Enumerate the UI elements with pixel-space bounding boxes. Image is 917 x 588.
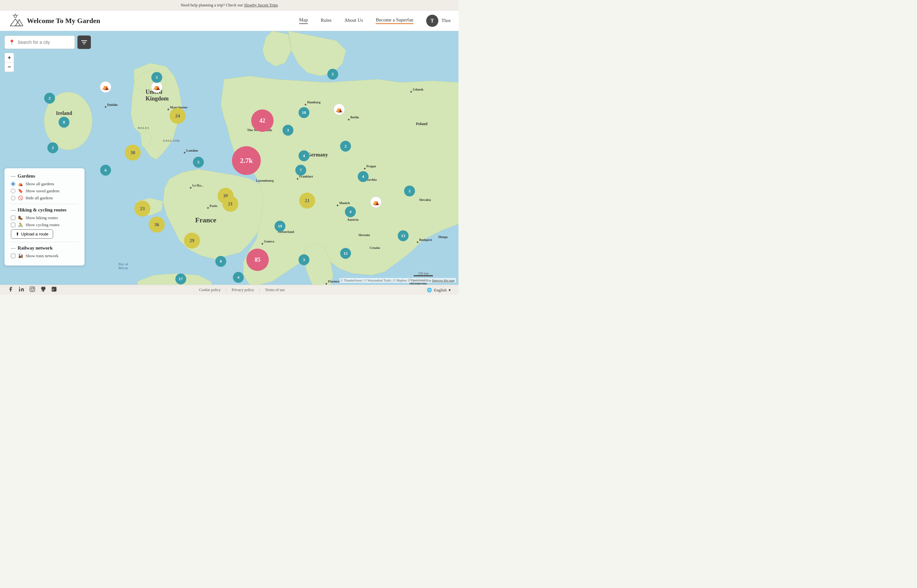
cluster-2-ireland-nw[interactable]: 2 xyxy=(44,93,55,103)
cluster-21-france-c[interactable]: 21 xyxy=(222,196,238,212)
top-banner: Need help planning a trip? Check our Slo… xyxy=(0,0,458,11)
cookie-policy-link[interactable]: Cookie policy xyxy=(199,288,221,292)
show-train-network-option[interactable]: 🚂 Show train network xyxy=(11,254,78,258)
map-attribution: © Thunderforest | © Waymarked Trails | ©… xyxy=(339,278,456,283)
language-label: English xyxy=(434,288,447,293)
cluster-36-france-sw[interactable]: 36 xyxy=(149,216,165,233)
slack-icon[interactable]: # xyxy=(51,286,57,294)
cluster-5-uk-n[interactable]: 5 xyxy=(151,72,162,83)
nav-about[interactable]: About Us xyxy=(344,18,363,24)
cluster-12-croatia[interactable]: 12 xyxy=(340,248,351,259)
cluster-6[interactable]: 6 xyxy=(100,165,111,176)
cluster-8-france-s[interactable]: 8 xyxy=(215,256,226,267)
header: Welcome To My Garden Map Rules About Us … xyxy=(0,11,458,31)
filter-button[interactable] xyxy=(77,36,91,49)
cluster-13-hungary[interactable]: 13 xyxy=(398,230,408,241)
privacy-policy-link[interactable]: Privacy policy xyxy=(232,288,254,292)
user-name: Thor xyxy=(442,18,451,23)
show-all-gardens-option[interactable]: ⛺ Show all gardens xyxy=(11,181,78,186)
search-input[interactable] xyxy=(18,40,71,45)
linkedin-icon[interactable] xyxy=(19,286,24,294)
show-all-gardens-radio[interactable] xyxy=(11,182,15,186)
github-icon[interactable] xyxy=(40,286,46,294)
nav-map[interactable]: Map xyxy=(299,17,308,24)
tent-marker-2[interactable]: ⛺ xyxy=(100,81,111,93)
zoom-in-button[interactable]: + xyxy=(5,53,14,62)
cluster-2-slovakia[interactable]: 2 xyxy=(404,186,415,196)
show-cycling-routes-option[interactable]: 🚴 Show cycling routes xyxy=(11,222,78,228)
cluster-4-czechia-2[interactable]: 4 xyxy=(358,171,368,182)
show-all-gardens-icon: ⛺ xyxy=(18,181,23,186)
cluster-5-scandinavia[interactable]: 5 xyxy=(327,69,338,80)
cluster-19-switzerland[interactable]: 19 xyxy=(274,221,286,232)
location-icon: 📍 xyxy=(9,39,15,45)
svg-point-13 xyxy=(31,288,34,291)
chevron-down-icon: ▾ xyxy=(449,288,451,293)
tent-marker-4[interactable]: ⛺ xyxy=(370,196,382,208)
svg-rect-12 xyxy=(30,287,35,292)
cluster-3-italy-n[interactable]: 3 xyxy=(299,254,309,265)
tent-marker-3[interactable]: ⛺ xyxy=(333,103,345,115)
search-input-wrap[interactable]: 📍 xyxy=(5,36,75,49)
upload-route-button[interactable]: ⬆ Upload a route xyxy=(11,229,53,239)
improve-map-link[interactable]: Improve this map xyxy=(432,279,455,282)
cluster-21-germany-s2[interactable]: 21 xyxy=(299,192,315,208)
sidebar-panel: — Gardens ⛺ Show all gardens 🔖 Show save… xyxy=(5,168,84,265)
svg-line-3 xyxy=(17,15,18,16)
show-cycling-routes-checkbox[interactable] xyxy=(11,223,15,227)
zoom-out-button[interactable]: − xyxy=(5,62,14,72)
city-dot-florence xyxy=(326,283,327,285)
nav-superfan[interactable]: Become a Superfan xyxy=(376,17,413,24)
svg-text:#: # xyxy=(52,288,54,291)
show-saved-gardens-option[interactable]: 🔖 Show saved gardens xyxy=(11,189,78,194)
search-bar: 📍 xyxy=(5,36,91,49)
show-hiking-routes-option[interactable]: 🥾 Show hiking routes xyxy=(11,215,78,220)
cluster-2-ireland-sw[interactable]: 2 xyxy=(47,142,58,153)
city-dot-manchester xyxy=(168,109,169,110)
cluster-18-denmark[interactable]: 18 xyxy=(299,107,309,118)
instagram-icon[interactable] xyxy=(29,286,35,294)
show-saved-gardens-radio[interactable] xyxy=(11,189,15,193)
cluster-8-ireland[interactable]: 8 xyxy=(58,117,69,128)
hiking-icon: 🥾 xyxy=(18,215,23,220)
show-hiking-routes-checkbox[interactable] xyxy=(11,216,15,220)
cluster-7-germany-s[interactable]: 7 xyxy=(295,165,306,176)
hide-all-gardens-icon: 🚫 xyxy=(18,195,23,200)
hide-all-gardens-option[interactable]: 🚫 Hide all gardens xyxy=(11,195,78,200)
show-saved-gardens-icon: 🔖 xyxy=(18,189,23,194)
tent-marker-1[interactable]: ⛺ xyxy=(151,81,163,93)
footer-socials: # xyxy=(8,286,57,294)
city-dot-dublin xyxy=(105,106,107,108)
cluster-24-england[interactable]: 24 xyxy=(170,108,186,124)
cluster-4-germany-c[interactable]: 4 xyxy=(299,150,309,161)
upload-icon: ⬆ xyxy=(16,232,19,236)
railway-section-title: — Railway network xyxy=(11,246,78,251)
logo-text: Welcome To My Garden xyxy=(27,17,100,25)
cluster-29-france-s[interactable]: 29 xyxy=(184,233,200,249)
cluster-30-wales[interactable]: 30 xyxy=(125,145,141,161)
city-dot-prague xyxy=(364,168,366,170)
cluster-3-germany-nw[interactable]: 3 xyxy=(283,125,294,136)
cluster-2700-belgium[interactable]: 2.7k xyxy=(232,146,261,175)
facebook-icon[interactable] xyxy=(8,286,13,294)
nav-rules[interactable]: Rules xyxy=(321,18,331,24)
cluster-17-spain-n[interactable]: 17 xyxy=(175,273,186,284)
slowby-link[interactable]: Slowby Secret Trips xyxy=(244,3,278,7)
cluster-42-netherlands[interactable]: 42 xyxy=(251,110,274,132)
hide-all-gardens-radio[interactable] xyxy=(11,196,15,200)
cluster-4-france-se[interactable]: 4 xyxy=(233,272,244,283)
map-container[interactable]: Dublin Manchester London Le Ha... Paris … xyxy=(0,31,458,285)
cluster-23-france-w[interactable]: 23 xyxy=(134,200,150,216)
show-train-network-checkbox[interactable] xyxy=(11,254,15,258)
terms-link[interactable]: Terms of use xyxy=(265,288,285,292)
cluster-5-channel[interactable]: 5 xyxy=(193,157,204,168)
cluster-2-czechia[interactable]: 2 xyxy=(340,141,351,152)
user-area[interactable]: T Thor xyxy=(426,15,451,27)
cluster-4-austria[interactable]: 4 xyxy=(345,206,356,217)
user-avatar: T xyxy=(426,15,438,27)
city-dot-munich xyxy=(337,205,339,206)
language-selector[interactable]: 🌐 English ▾ xyxy=(427,288,451,293)
city-dot-budapest xyxy=(417,242,418,243)
footer: # Cookie policy | Privacy policy | Terms… xyxy=(0,285,458,295)
cluster-85-alps[interactable]: 85 xyxy=(246,249,269,271)
